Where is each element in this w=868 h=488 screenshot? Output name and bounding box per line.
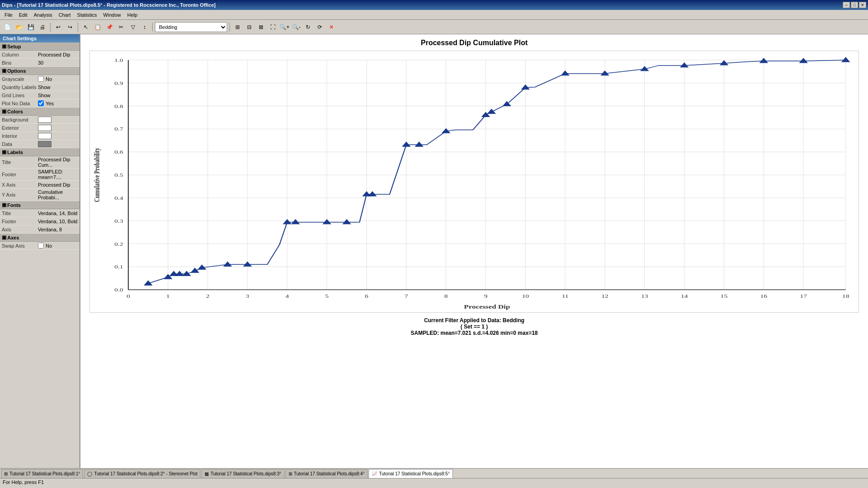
redo-button[interactable]: ↪: [65, 22, 75, 33]
yaxis-label-value[interactable]: Cumulative Probabi...: [38, 189, 78, 200]
close-button[interactable]: ✕: [859, 2, 866, 8]
exterior-color[interactable]: [38, 125, 51, 131]
xaxis-label-value[interactable]: Processed Dip: [38, 182, 78, 188]
prop-footer-label: Footer SAMPLED: mean=7....: [0, 169, 79, 181]
title-bar-text: Dips - [Tutorial 17 Statistical Plots.di…: [2, 2, 215, 8]
menu-window[interactable]: Window: [101, 11, 124, 19]
svg-text:0.2: 0.2: [114, 241, 123, 247]
colors-label: Colors: [7, 109, 23, 114]
stop-button[interactable]: ✕: [326, 22, 337, 33]
tab1-icon: ⊞: [4, 471, 8, 476]
prop-background: Background: [0, 116, 79, 124]
plot-no-data-value[interactable]: Yes: [38, 100, 78, 106]
refresh-button[interactable]: ⟳: [314, 22, 325, 33]
undo-button[interactable]: ↩: [53, 22, 64, 33]
menu-file[interactable]: File: [2, 11, 15, 19]
menu-statistics[interactable]: Statistics: [75, 11, 100, 19]
options-label: Options: [7, 68, 26, 74]
chart-container: 0.0 0.1 0.2 0.3 0.4 0.5 0.6 0.7 0.8 0.9 …: [89, 51, 859, 313]
svg-text:0: 0: [126, 293, 130, 299]
svg-text:2: 2: [206, 293, 210, 299]
grayscale-label: Grayscale: [2, 76, 38, 82]
section-options[interactable]: ▣ Options: [0, 67, 79, 75]
section-fonts[interactable]: ▣ Fonts: [0, 201, 79, 209]
data-point: [145, 281, 152, 285]
bins-value[interactable]: 30: [38, 60, 78, 66]
prop-title-label: Title Processed Dip Cum...: [0, 156, 79, 169]
font-title-key: Title: [2, 211, 38, 216]
qty-labels-value[interactable]: Show: [38, 84, 78, 90]
minimize-button[interactable]: ─: [843, 2, 850, 8]
data-color[interactable]: [38, 141, 51, 147]
status-bar: ⊞ Tutorial 17 Statistical Plots.dips8:1°…: [0, 468, 868, 488]
status-tab-3[interactable]: ▦ Tutorial 17 Statistical Plots.dips8:3°: [201, 469, 284, 478]
status-tab-5[interactable]: 📈 Tutorial 17 Statistical Plots.dips8:5°: [369, 469, 453, 478]
sort-button[interactable]: ↕: [139, 22, 150, 33]
svg-text:7: 7: [405, 293, 408, 299]
new-button[interactable]: 📄: [2, 22, 13, 33]
footer-label-value[interactable]: SAMPLED: mean=7....: [38, 169, 78, 180]
swap-axis-key: Swap Axis: [2, 243, 38, 249]
view4-button[interactable]: ⛶: [267, 22, 278, 33]
status-tab-1[interactable]: ⊞ Tutorial 17 Statistical Plots.dips8:1°: [1, 469, 83, 478]
fonts-label: Fonts: [7, 202, 21, 208]
section-labels[interactable]: ▣ Labels: [0, 148, 79, 156]
zoom-in-button[interactable]: 🔍+: [279, 22, 290, 33]
help-text: For Help, press F1: [0, 479, 868, 486]
font-axis-value[interactable]: Verdana, 8: [38, 227, 78, 232]
column-label: Column: [2, 52, 38, 57]
data-point: [191, 268, 199, 272]
interior-color[interactable]: [38, 133, 51, 139]
cut-button[interactable]: ✂: [116, 22, 126, 33]
rotate-button[interactable]: ↻: [303, 22, 313, 33]
view1-button[interactable]: ⊞: [232, 22, 243, 33]
svg-text:0.3: 0.3: [114, 218, 123, 224]
filter-button[interactable]: ▽: [127, 22, 138, 33]
background-color[interactable]: [38, 117, 51, 123]
svg-text:9: 9: [484, 293, 488, 299]
section-colors[interactable]: ▣ Colors: [0, 108, 79, 116]
svg-text:4: 4: [285, 293, 289, 299]
save-button[interactable]: 💾: [25, 22, 36, 33]
column-value[interactable]: Processed Dip: [38, 52, 78, 57]
toolbar: 📄 📂 💾 🖨 ↩ ↪ ↖ 📋 📌 ✂ ▽ ↕ Bedding ⊞ ⊟ ⊠ ⛶ …: [0, 20, 868, 34]
view2-button[interactable]: ⊟: [244, 22, 255, 33]
status-tab-4[interactable]: ⊞ Tutorial 17 Statistical Plots.dips8:4°: [285, 469, 368, 478]
svg-text:1.0: 1.0: [114, 57, 123, 63]
view3-button[interactable]: ⊠: [256, 22, 266, 33]
open-button[interactable]: 📂: [14, 22, 24, 33]
select-button[interactable]: ↖: [80, 22, 91, 33]
background-label: Background: [2, 117, 38, 122]
paste-button[interactable]: 📌: [104, 22, 115, 33]
title-label-value[interactable]: Processed Dip Cum...: [38, 157, 78, 168]
section-setup[interactable]: ▣ Setup: [0, 42, 79, 51]
zoom-out-button[interactable]: 🔍-: [291, 22, 302, 33]
grayscale-value[interactable]: No: [38, 76, 78, 82]
print-button[interactable]: 🖨: [37, 22, 48, 33]
data-point: [283, 220, 291, 224]
font-title-value[interactable]: Verdana, 14, Bold: [38, 211, 78, 216]
data-point: [760, 58, 768, 63]
menu-edit[interactable]: Edit: [16, 11, 30, 19]
tab4-label: Tutorial 17 Statistical Plots.dips8:4°: [294, 471, 364, 476]
data-point: [369, 192, 376, 196]
chart-svg: 0.0 0.1 0.2 0.3 0.4 0.5 0.6 0.7 0.8 0.9 …: [90, 51, 859, 312]
font-footer-value[interactable]: Verdana, 10, Bold: [38, 219, 78, 224]
menu-chart[interactable]: Chart: [56, 11, 74, 19]
status-tab-2[interactable]: ◯ Tutorial 17 Statistical Plots.dips8:2°…: [84, 469, 201, 478]
restore-button[interactable]: □: [851, 2, 858, 8]
swap-axis-value[interactable]: No: [38, 243, 78, 249]
grayscale-checkbox[interactable]: [38, 76, 44, 82]
menu-analysis[interactable]: Analysis: [31, 11, 55, 19]
swap-axis-checkbox[interactable]: [38, 243, 44, 249]
data-point: [800, 58, 807, 63]
svg-text:0.8: 0.8: [114, 103, 123, 109]
menu-help[interactable]: Help: [125, 11, 140, 19]
plot-no-data-text: Yes: [46, 101, 54, 106]
svg-text:0.6: 0.6: [114, 149, 123, 155]
section-axes[interactable]: ▣ Axes: [0, 234, 79, 242]
grid-lines-value[interactable]: Show: [38, 93, 78, 98]
copy-button[interactable]: 📋: [92, 22, 103, 33]
filter-dropdown[interactable]: Bedding: [155, 22, 227, 32]
plot-no-data-checkbox[interactable]: [38, 100, 44, 106]
